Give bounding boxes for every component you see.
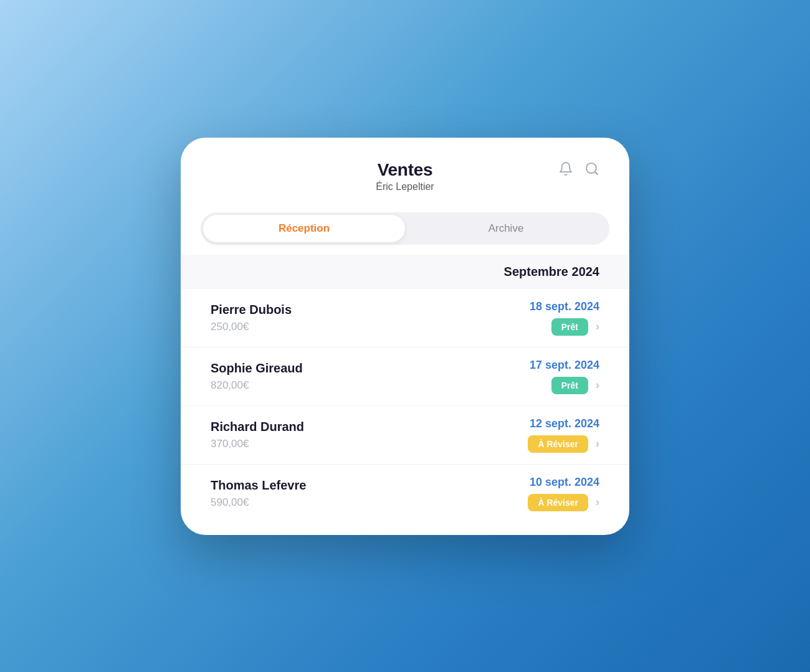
status-badge: À Réviser	[528, 494, 588, 511]
item-name: Thomas Lefevre	[211, 478, 306, 493]
item-amount: 250,00€	[211, 321, 292, 333]
search-icon[interactable]	[584, 161, 599, 180]
chevron-right-icon: ›	[596, 320, 599, 333]
item-left: Richard Durand 370,00€	[211, 420, 304, 450]
item-date: 17 sept. 2024	[530, 359, 599, 372]
item-date: 12 sept. 2024	[530, 417, 599, 430]
notification-icon[interactable]	[558, 161, 573, 180]
chevron-right-icon: ›	[596, 496, 599, 509]
item-left: Thomas Lefevre 590,00€	[211, 478, 306, 509]
item-bottom-right: À Réviser ›	[528, 435, 599, 453]
item-amount: 820,00€	[211, 379, 303, 392]
chevron-right-icon: ›	[596, 437, 599, 450]
page-title: Ventes	[376, 160, 434, 180]
tab-archive[interactable]: Archive	[405, 215, 607, 242]
item-amount: 590,00€	[211, 496, 306, 509]
item-bottom-right: Prêt ›	[551, 318, 599, 336]
section-header: Septembre 2024	[181, 255, 629, 289]
item-right: 17 sept. 2024 Prêt ›	[530, 359, 599, 394]
item-amount: 370,00€	[211, 438, 304, 450]
item-date: 18 sept. 2024	[530, 300, 599, 313]
item-left: Sophie Gireaud 820,00€	[211, 361, 303, 392]
user-name: Éric Lepeltier	[376, 181, 434, 192]
svg-line-1	[595, 171, 598, 174]
item-right: 10 sept. 2024 À Réviser ›	[528, 476, 599, 511]
header: Ventes Éric Lepeltier	[181, 138, 629, 205]
list-item[interactable]: Richard Durand 370,00€ 12 sept. 2024 À R…	[181, 406, 629, 465]
items-list: Pierre Dubois 250,00€ 18 sept. 2024 Prêt…	[181, 289, 629, 523]
status-badge: Prêt	[551, 318, 588, 336]
status-badge: Prêt	[551, 377, 588, 394]
tabs-container: Réception Archive	[201, 212, 609, 245]
item-date: 10 sept. 2024	[530, 476, 599, 489]
phone-card: Ventes Éric Lepeltier Réception Archive	[181, 138, 629, 535]
header-center: Ventes Éric Lepeltier	[376, 160, 434, 192]
status-badge: À Réviser	[528, 435, 588, 453]
item-name: Richard Durand	[211, 420, 304, 434]
list-item[interactable]: Thomas Lefevre 590,00€ 10 sept. 2024 À R…	[181, 465, 629, 523]
item-name: Sophie Gireaud	[211, 361, 303, 376]
list-item[interactable]: Pierre Dubois 250,00€ 18 sept. 2024 Prêt…	[181, 289, 629, 348]
section-title: Septembre 2024	[211, 265, 599, 279]
chevron-right-icon: ›	[596, 379, 599, 392]
item-right: 12 sept. 2024 À Réviser ›	[528, 417, 599, 453]
item-left: Pierre Dubois 250,00€	[211, 303, 292, 333]
item-bottom-right: À Réviser ›	[528, 494, 599, 511]
item-name: Pierre Dubois	[211, 303, 292, 317]
tab-reception[interactable]: Réception	[203, 215, 405, 242]
item-right: 18 sept. 2024 Prêt ›	[530, 300, 599, 336]
item-bottom-right: Prêt ›	[551, 377, 599, 394]
list-item[interactable]: Sophie Gireaud 820,00€ 17 sept. 2024 Prê…	[181, 348, 629, 406]
header-icons	[558, 161, 599, 180]
